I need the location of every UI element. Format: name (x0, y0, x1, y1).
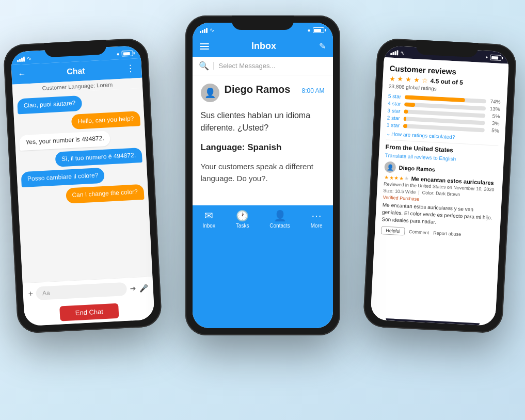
star-1: ★ (389, 75, 395, 83)
message-4: Sì, il tuo numero è 494872. (55, 148, 142, 167)
inbox-header: Inbox ✎ (193, 36, 333, 57)
chat-title: Chat (26, 64, 126, 78)
star-half: ☆ (422, 76, 428, 85)
inbox-language: Language: Spanish (201, 142, 325, 153)
dot-icon: ● (307, 27, 310, 33)
contacts-nav-label: Contacts (269, 223, 290, 229)
helpful-button[interactable]: Helpful (381, 226, 405, 235)
left-phone-screen: ∿ ● ← Chat ⋮ Customer Language: Lorem Ci… (10, 45, 154, 326)
wifi-icon: ∿ (27, 55, 32, 62)
rev-star-2: ★ (389, 174, 394, 180)
bottom-nav: ✉ Inbox 🕐 Tasks 👤 Contacts ⋯ More (193, 205, 333, 328)
right-status-left: ∿ (390, 49, 405, 56)
center-phone-notch (232, 15, 294, 30)
compose-icon[interactable]: ✎ (319, 41, 326, 51)
hamburger-menu-icon[interactable] (200, 43, 209, 50)
left-status-left: ∿ (17, 55, 32, 62)
search-icon[interactable]: 🔍 (199, 61, 209, 71)
search-input[interactable]: Select Messages... (213, 62, 327, 70)
signal-icon (200, 28, 208, 33)
nav-inbox[interactable]: ✉ Inbox (202, 209, 215, 323)
4star-label: 4 star (388, 101, 403, 107)
2star-pct: 3% (487, 120, 500, 126)
center-phone: ∿ ● Inbox ✎ 🔍 (185, 15, 340, 335)
1star-pct: 5% (486, 127, 499, 134)
signal-icon (17, 56, 25, 62)
message-3: Yes, your number is 494872. (19, 131, 111, 151)
more-nav-label: More (311, 223, 323, 229)
contact-name: Diego Ramos (225, 84, 291, 95)
reviewer-avatar-icon: 👤 (386, 164, 394, 171)
2star-label: 2 star (387, 115, 402, 121)
left-status-right: ● (116, 50, 135, 57)
4star-pct: 13% (488, 106, 501, 112)
report-link[interactable]: Report abuse (433, 230, 461, 237)
contacts-nav-icon: 👤 (274, 209, 287, 222)
review-text: Me encantan estos auriculares y se ven g… (381, 201, 495, 229)
right-status-right: ● (485, 54, 503, 61)
reviewer-name: Diego Ramos (399, 165, 435, 173)
star-3: ★ (405, 75, 412, 84)
contact-header: 👤 Diego Ramos 8:00 AM (201, 84, 325, 102)
add-icon[interactable]: + (28, 289, 33, 298)
wifi-icon: ∿ (400, 50, 405, 56)
message-input[interactable]: Aa (36, 282, 127, 300)
end-chat-button[interactable]: End Chat (59, 303, 119, 321)
right-phone-screen: ∿ ● Customer reviews ★ ★ ★ ★ ☆ (370, 45, 510, 326)
inbox-content: 👤 Diego Ramos 8:00 AM Sus clientes habla… (193, 75, 333, 205)
inbox-title: Inbox (209, 41, 319, 52)
more-nav-icon: ⋯ (311, 209, 322, 222)
mic-icon[interactable]: 🎤 (139, 284, 148, 293)
1star-label: 1 star (387, 122, 402, 128)
star-2: ★ (397, 75, 404, 83)
comment-link[interactable]: Comment (409, 229, 429, 235)
more-options-icon[interactable]: ⋮ (125, 62, 136, 74)
back-arrow-icon[interactable]: ← (18, 69, 26, 79)
rev-star-4: ★ (399, 175, 404, 181)
center-phone-screen: ∿ ● Inbox ✎ 🔍 (193, 23, 333, 328)
contact-time: 8:00 AM (301, 87, 324, 94)
message-6: Can I change the color? (66, 184, 145, 203)
tasks-nav-label: Tasks (236, 223, 249, 229)
center-status-right: ● (307, 27, 325, 33)
battery-icon (313, 27, 326, 33)
message-5: Posso cambiare il colore? (21, 168, 105, 187)
3star-pct: 5% (487, 113, 500, 119)
5star-fill (405, 95, 465, 102)
3star-fill (404, 109, 408, 114)
rev-star-5: ★ (404, 175, 409, 181)
inbox-translated: Your customers speak a different languag… (201, 161, 325, 184)
battery-icon (121, 50, 135, 56)
rev-star-1: ★ (384, 174, 389, 180)
reviews-content: Customer reviews ★ ★ ★ ★ ☆ 4.5 out of 5 … (370, 57, 508, 324)
rating-bars: 5 star 74% 4 star 13% 3 star (387, 93, 501, 134)
rev-star-3: ★ (394, 175, 399, 181)
dot-icon: ● (116, 51, 120, 57)
nav-more[interactable]: ⋯ More (311, 209, 323, 323)
3star-label: 3 star (387, 107, 402, 114)
review-actions: Helpful Comment Report abuse (381, 226, 494, 240)
nav-tasks[interactable]: 🕐 Tasks (236, 209, 249, 323)
send-icon[interactable]: ➔ (130, 284, 136, 293)
message-2: Hello, can you help? (71, 111, 140, 130)
dot-icon: ● (485, 55, 488, 59)
message-1: Ciao, puoi aiutare? (17, 95, 82, 114)
star-4: ★ (413, 76, 420, 84)
signal-icon (390, 50, 399, 55)
5star-label: 5 star (388, 93, 403, 100)
contact-avatar: 👤 (201, 84, 219, 102)
1star-fill (403, 124, 407, 128)
chevron-down-icon: ⌄ (386, 131, 391, 136)
inbox-search-bar: 🔍 Select Messages... (193, 57, 333, 75)
wifi-icon: ∿ (210, 27, 214, 34)
2star-fill (404, 117, 406, 121)
center-status-left: ∿ (200, 27, 214, 34)
inbox-nav-label: Inbox (202, 223, 215, 229)
battery-icon (490, 55, 503, 61)
tasks-nav-icon: 🕐 (236, 209, 249, 222)
inbox-message: Sus clientes hablan un idioma diferente.… (201, 109, 325, 134)
right-phone: ∿ ● Customer reviews ★ ★ ★ ★ ☆ (363, 38, 517, 333)
contact-info: Diego Ramos 8:00 AM (225, 84, 325, 95)
nav-contacts[interactable]: 👤 Contacts (269, 209, 290, 323)
5star-pct: 74% (488, 99, 501, 105)
